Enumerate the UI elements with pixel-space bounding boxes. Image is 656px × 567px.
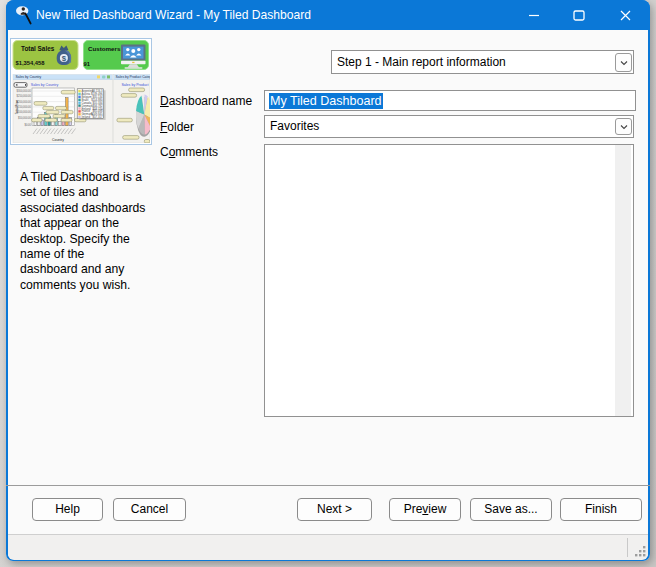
svg-text:Sales by Country: Sales by Country (31, 83, 59, 87)
svg-text:Total Price: Total Price (15, 100, 19, 115)
svg-text:$50,000.00: $50,000.00 (18, 116, 32, 120)
svg-text:$300,000.00: $300,000.00 (17, 89, 32, 93)
svg-text:Country: Country (52, 138, 64, 142)
svg-text:$100,000.00: $100,000.00 (17, 110, 32, 114)
svg-text:$57,317: $57,317 (92, 115, 103, 119)
svg-text:$1,354,458: $1,354,458 (16, 60, 46, 66)
svg-text:$0.00: $0.00 (25, 123, 32, 127)
svg-text:Ireland: Ireland (81, 115, 90, 119)
svg-text:$250,000.00: $250,000.00 (17, 94, 32, 98)
svg-text:$150,000.00: $150,000.00 (17, 105, 32, 109)
svg-text:91: 91 (84, 61, 91, 67)
svg-text:Sales by Country: Sales by Country (16, 75, 42, 79)
svg-text:$200,000.00: $200,000.00 (17, 100, 32, 104)
svg-text:Sales by Product: Sales by Product (121, 83, 148, 87)
svg-text:Total Sales: Total Sales (21, 45, 55, 52)
svg-text:$: $ (62, 54, 67, 63)
svg-text:Sales by Product Category: Sales by Product Category (116, 75, 150, 79)
svg-text:Customers: Customers (88, 45, 121, 52)
